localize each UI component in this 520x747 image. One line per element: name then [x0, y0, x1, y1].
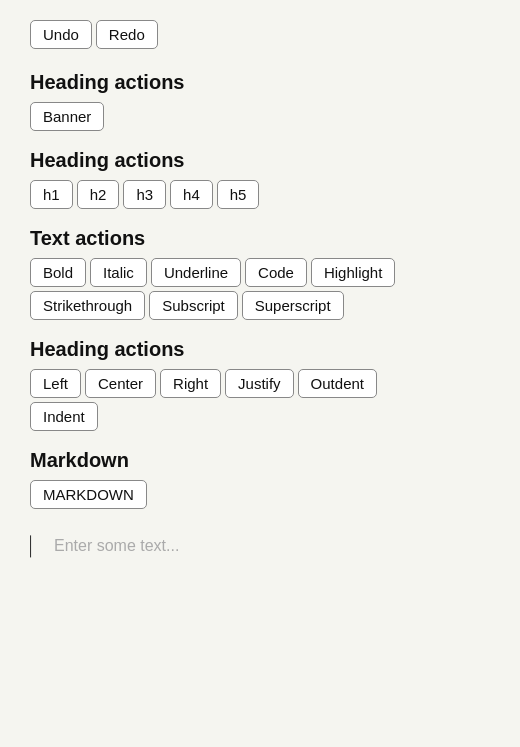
heading-actions-3-title: Heading actions	[30, 338, 490, 361]
code-button[interactable]: Code	[245, 258, 307, 287]
indent-button[interactable]: Indent	[30, 402, 98, 431]
italic-button[interactable]: Italic	[90, 258, 147, 287]
h1-button[interactable]: h1	[30, 180, 73, 209]
strikethrough-button[interactable]: Strikethrough	[30, 291, 145, 320]
text-actions-row-1: StrikethroughSubscriptSuperscript	[30, 291, 490, 320]
markdown-button[interactable]: MARKDOWN	[30, 480, 147, 509]
redo-button[interactable]: Redo	[96, 20, 158, 49]
outdent-button[interactable]: Outdent	[298, 369, 377, 398]
markdown-title: Markdown	[30, 449, 490, 472]
undo-button[interactable]: Undo	[30, 20, 92, 49]
text-input-area: ⎸ Enter some text...	[30, 533, 490, 557]
h5-button[interactable]: h5	[217, 180, 260, 209]
heading-actions-2-title: Heading actions	[30, 149, 490, 172]
highlight-button[interactable]: Highlight	[311, 258, 395, 287]
text-actions-row-0: BoldItalicUnderlineCodeHighlight	[30, 258, 490, 287]
bold-button[interactable]: Bold	[30, 258, 86, 287]
h4-button[interactable]: h4	[170, 180, 213, 209]
text-placeholder: Enter some text...	[54, 533, 179, 555]
banner-button[interactable]: Banner	[30, 102, 104, 131]
cursor-icon: ⎸	[30, 535, 50, 557]
heading-actions-1-row-0: Banner	[30, 102, 490, 131]
superscript-button[interactable]: Superscript	[242, 291, 344, 320]
heading-actions-3-row-0: LeftCenterRightJustifyOutdent	[30, 369, 490, 398]
heading-actions-1-section: Heading actionsBanner	[30, 71, 490, 131]
subscript-button[interactable]: Subscript	[149, 291, 238, 320]
center-button[interactable]: Center	[85, 369, 156, 398]
top-buttons-row: UndoRedo	[30, 20, 490, 49]
left-button[interactable]: Left	[30, 369, 81, 398]
heading-actions-3-section: Heading actionsLeftCenterRightJustifyOut…	[30, 338, 490, 431]
heading-actions-3-row-1: Indent	[30, 402, 490, 431]
h2-button[interactable]: h2	[77, 180, 120, 209]
h3-button[interactable]: h3	[123, 180, 166, 209]
heading-actions-2-row-0: h1h2h3h4h5	[30, 180, 490, 209]
justify-button[interactable]: Justify	[225, 369, 294, 398]
underline-button[interactable]: Underline	[151, 258, 241, 287]
markdown-section: MarkdownMARKDOWN	[30, 449, 490, 509]
heading-actions-1-title: Heading actions	[30, 71, 490, 94]
markdown-row-0: MARKDOWN	[30, 480, 490, 509]
text-actions-title: Text actions	[30, 227, 490, 250]
heading-actions-2-section: Heading actionsh1h2h3h4h5	[30, 149, 490, 209]
right-button[interactable]: Right	[160, 369, 221, 398]
text-actions-section: Text actionsBoldItalicUnderlineCodeHighl…	[30, 227, 490, 320]
